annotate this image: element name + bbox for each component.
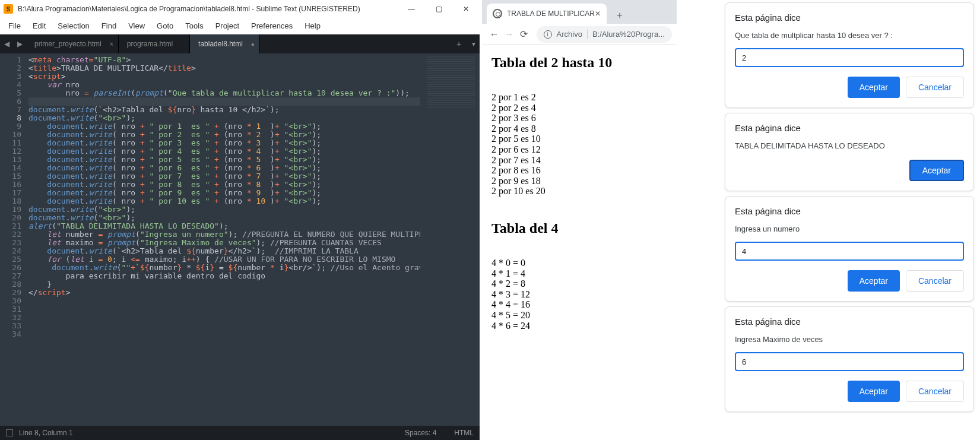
back-button[interactable]: ← — [487, 26, 502, 43]
tab-tabladel8[interactable]: tabladel8.html● — [190, 34, 260, 53]
editor-window: S B:\Alura Programacion\Materiales\Logic… — [0, 0, 480, 440]
browser-tab-label: TRABLA DE MULTIPLICAR — [507, 10, 595, 18]
tab-label: programa.html — [127, 40, 173, 48]
table-row: 4 * 0 = 0 — [491, 258, 667, 268]
tab-primer-proyecto[interactable]: primer_proyecto.html× — [26, 34, 119, 53]
table-row: 2 por 3 es 6 — [491, 113, 667, 124]
table-row: 2 por 6 es 12 — [491, 144, 667, 155]
menu-edit[interactable]: Edit — [27, 19, 52, 33]
table-row: 4 * 1 = 4 — [491, 268, 667, 279]
reload-button[interactable]: ⟳ — [516, 26, 531, 43]
tab-scroll-left[interactable]: ◀ — [0, 34, 13, 53]
table-row: 2 por 5 es 10 — [491, 134, 667, 144]
address-bar[interactable]: i Archivo B:/Alura%20Progra... — [537, 26, 672, 43]
url-scheme: Archivo — [557, 30, 588, 39]
status-bar: Line 8, Column 1 Spaces: 4 HTML — [0, 426, 480, 440]
cancel-button[interactable]: Cancelar — [906, 270, 964, 292]
menu-find[interactable]: Find — [96, 19, 122, 33]
code-content[interactable]: <meta charset="UTF-8"><title>TRABLA DE M… — [28, 53, 420, 426]
table-row: 4 * 4 = 16 — [491, 299, 667, 310]
editor-area[interactable]: 1234567891011121314151617181920212223242… — [0, 53, 480, 426]
table-row: 4 * 6 = 24 — [491, 321, 667, 331]
panel-switcher-icon[interactable] — [6, 429, 13, 436]
browser-window: TRABLA DE MULTIPLICAR ✕ + ← → ⟳ i Archiv… — [482, 0, 677, 440]
menu-preferences[interactable]: Preferences — [245, 19, 299, 33]
table-row: 2 por 1 es 2 — [491, 92, 667, 103]
heading-tabla-2: Tabla del 2 hasta 10 — [491, 55, 667, 71]
accept-button[interactable]: Aceptar — [909, 160, 964, 181]
sublime-logo-icon: S — [4, 4, 13, 14]
table-row: 2 por 8 es 16 — [491, 165, 667, 176]
page-icon — [493, 9, 502, 18]
menu-project[interactable]: Project — [210, 19, 245, 33]
tab-programa[interactable]: programa.html — [119, 34, 190, 53]
menu-help[interactable]: Help — [299, 19, 326, 33]
browser-tab-strip: TRABLA DE MULTIPLICAR ✕ + — [482, 0, 677, 24]
table-row: 2 por 7 es 14 — [491, 155, 667, 166]
heading-tabla-4: Tabla del 4 — [491, 220, 667, 236]
site-info-icon[interactable]: i — [544, 30, 552, 39]
tab-scroll-right[interactable]: ▶ — [13, 34, 26, 53]
title-bar[interactable]: S B:\Alura Programacion\Materiales\Logic… — [0, 0, 480, 18]
tab-label: primer_proyecto.html — [34, 40, 102, 48]
status-cursor[interactable]: Line 8, Column 1 — [19, 429, 387, 437]
dialog-title: Esta página dice — [735, 123, 964, 133]
window-title: B:\Alura Programacion\Materiales\Logica … — [18, 5, 398, 13]
page-content: Tabla del 2 hasta 10 2 por 1 es 22 por 2… — [482, 45, 677, 440]
prompt-input[interactable] — [735, 48, 964, 67]
accept-button[interactable]: Aceptar — [848, 77, 900, 98]
tab-bar: ◀ ▶ primer_proyecto.html× programa.html … — [0, 34, 480, 53]
accept-button[interactable]: Aceptar — [848, 381, 900, 402]
browser-tab[interactable]: TRABLA DE MULTIPLICAR ✕ — [487, 4, 607, 24]
dialog-message: Ingresa Maximo de veces — [735, 335, 964, 344]
menu-file[interactable]: File — [2, 19, 27, 33]
dialog-title: Esta página dice — [735, 206, 964, 216]
dialog-message: Ingresa un numero — [735, 224, 964, 233]
menu-view[interactable]: View — [122, 19, 151, 33]
accept-button[interactable]: Aceptar — [848, 270, 900, 292]
tab-label: tabladel8.html — [198, 40, 243, 48]
close-icon[interactable]: × — [110, 41, 113, 48]
table-row: 2 por 10 es 20 — [491, 186, 667, 197]
table-row: 2 por 2 es 4 — [491, 103, 667, 113]
prompt-input[interactable] — [735, 242, 964, 261]
js-dialog: Esta página diceIngresa Maximo de vecesA… — [725, 306, 974, 412]
maximize-button[interactable]: ▢ — [425, 0, 452, 18]
table-row: 2 por 9 es 18 — [491, 176, 667, 186]
menu-bar: File Edit Selection Find View Goto Tools… — [0, 18, 480, 34]
toolbar: ← → ⟳ i Archivo B:/Alura%20Progra... — [482, 24, 677, 45]
menu-goto[interactable]: Goto — [151, 19, 179, 33]
dialog-title: Esta página dice — [735, 12, 964, 23]
url-text: B:/Alura%20Progra... — [592, 30, 665, 39]
dialog-stack: Esta página diceQue tabla de multplicar … — [725, 2, 974, 412]
line-gutter[interactable]: 1234567891011121314151617181920212223242… — [0, 53, 28, 426]
new-tab-button[interactable]: + — [611, 7, 628, 24]
table-row: 2 por 4 es 8 — [491, 124, 667, 134]
js-dialog: Esta página diceTABLA DELIMITADA HASTA L… — [725, 113, 974, 191]
minimap[interactable] — [420, 53, 480, 426]
dialog-message: Que tabla de multplicar hasta 10 desea v… — [735, 31, 964, 40]
close-icon[interactable]: ✕ — [595, 10, 601, 18]
forward-button[interactable]: → — [502, 26, 516, 43]
close-button[interactable]: ✕ — [452, 0, 480, 18]
menu-tools[interactable]: Tools — [179, 19, 209, 33]
status-spaces[interactable]: Spaces: 4 — [405, 429, 436, 437]
new-tab-button[interactable]: + — [450, 39, 468, 49]
table-row: 4 * 3 = 12 — [491, 289, 667, 300]
cancel-button[interactable]: Cancelar — [906, 381, 964, 402]
minimize-button[interactable]: — — [398, 0, 425, 18]
tab-dropdown-icon[interactable]: ▼ — [468, 41, 480, 48]
cancel-button[interactable]: Cancelar — [906, 77, 964, 98]
dialog-title: Esta página dice — [735, 316, 964, 327]
status-syntax[interactable]: HTML — [454, 429, 474, 437]
prompt-input[interactable] — [735, 352, 964, 371]
table-row: 4 * 2 = 8 — [491, 278, 667, 289]
js-dialog: Esta página diceIngresa un numeroAceptar… — [725, 196, 974, 302]
menu-selection[interactable]: Selection — [52, 19, 95, 33]
table-row: 4 * 5 = 20 — [491, 310, 667, 321]
js-dialog: Esta página diceQue tabla de multplicar … — [725, 2, 974, 108]
dialog-message: TABLA DELIMITADA HASTA LO DESEADO — [735, 141, 964, 150]
dirty-icon[interactable]: ● — [251, 41, 255, 48]
